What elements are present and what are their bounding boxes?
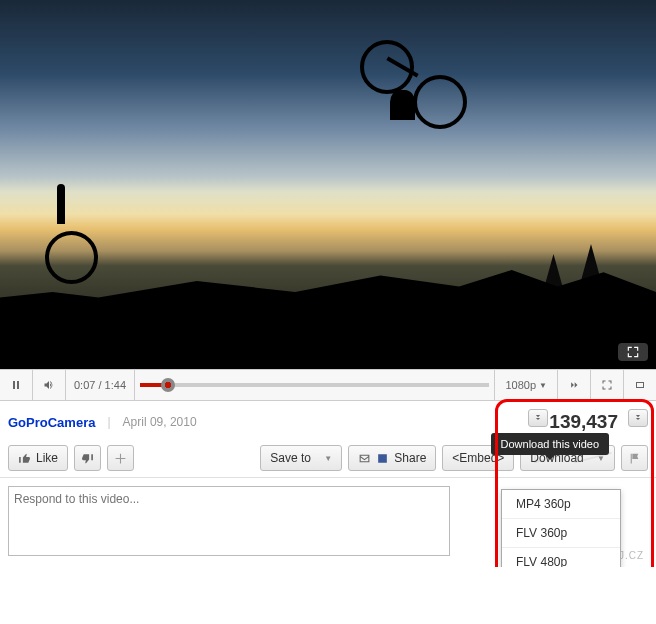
scene-biker-standing xyxy=(45,184,100,284)
download-option[interactable]: FLV 360p xyxy=(502,519,620,548)
save-to-button[interactable]: Save to ▼ xyxy=(260,445,342,471)
volume-button[interactable] xyxy=(33,370,66,400)
pause-button[interactable] xyxy=(0,370,33,400)
expand-icon[interactable] xyxy=(618,343,648,361)
video-player[interactable] xyxy=(0,0,656,369)
scene-biker-airborne xyxy=(355,20,465,130)
collapse-button-left[interactable] xyxy=(528,409,548,427)
fullscreen-button[interactable] xyxy=(590,370,623,400)
pop-out-button[interactable] xyxy=(623,370,656,400)
like-button[interactable]: Like xyxy=(8,445,68,471)
flag-icon xyxy=(628,452,641,465)
comment-input[interactable] xyxy=(8,486,450,556)
download-dropdown: MP4 360pFLV 360pFLV 480pMP4 720p (HD)MP4… xyxy=(501,489,621,567)
thumbs-up-icon xyxy=(18,452,31,465)
quality-selector[interactable]: 1080p ▼ xyxy=(494,370,557,400)
facebook-icon xyxy=(376,452,389,465)
thumbs-down-icon xyxy=(81,452,94,465)
collapse-button-right[interactable] xyxy=(628,409,648,427)
player-controls: 0:07 / 1:44 1080p ▼ xyxy=(0,369,656,401)
channel-link[interactable]: GoProCamera xyxy=(8,415,95,430)
progress-bar[interactable] xyxy=(135,370,494,400)
download-option[interactable]: FLV 480p xyxy=(502,548,620,567)
download-tooltip: Download this video xyxy=(491,433,609,455)
dislike-button[interactable] xyxy=(74,445,101,471)
time-display: 0:07 / 1:44 xyxy=(66,370,135,400)
upload-date: April 09, 2010 xyxy=(123,415,197,429)
plus-icon xyxy=(114,452,127,465)
envelope-icon xyxy=(358,452,371,465)
flag-button[interactable] xyxy=(621,445,648,471)
add-to-button[interactable] xyxy=(107,445,134,471)
video-frame xyxy=(0,0,656,369)
download-option[interactable]: MP4 360p xyxy=(502,490,620,519)
next-button[interactable] xyxy=(557,370,590,400)
share-button[interactable]: Share xyxy=(348,445,436,471)
